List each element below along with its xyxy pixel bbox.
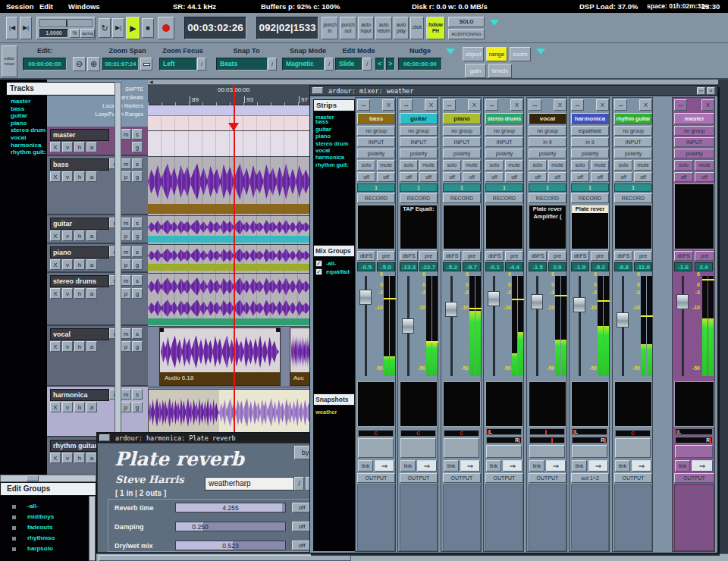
secondary-clock[interactable]: 092|02|1533 (256, 17, 318, 39)
track-name[interactable]: vocal (50, 328, 109, 340)
group-button[interactable]: no group (400, 126, 438, 136)
dbfs-button[interactable]: dbFS (614, 251, 632, 261)
zoom-to-session-button[interactable] (140, 58, 152, 71)
polarity-button[interactable]: polarity (357, 149, 395, 158)
pan-bar[interactable]: R (572, 437, 607, 443)
fader-handle[interactable] (676, 294, 689, 309)
peak-display[interactable]: 2.4 (695, 262, 713, 271)
pan-link-arrow[interactable]: ⇒ (503, 460, 522, 472)
lane-stereo-drums[interactable] (148, 273, 312, 326)
zoom-in-button[interactable]: ⊕ (87, 57, 100, 71)
tracks-list-item[interactable]: harmonica (11, 142, 47, 149)
strip-name-button[interactable]: bass (357, 113, 395, 124)
shuttle-slider[interactable] (39, 19, 93, 27)
param-slider-damping[interactable]: 0.250 (175, 522, 286, 531)
record-off-button[interactable]: off (357, 172, 375, 182)
click-button[interactable]: click (410, 17, 424, 39)
solo-button[interactable]: solo (485, 160, 504, 171)
fader-handle[interactable] (617, 312, 629, 328)
strip-hide-icon[interactable]: X (554, 99, 566, 111)
strip-name-button[interactable]: guitar (400, 113, 438, 124)
solo-button[interactable]: solo (529, 160, 547, 171)
track-name[interactable]: bass (50, 158, 109, 171)
strip-name-button[interactable]: vocal (529, 113, 566, 124)
mouse-mode-object[interactable]: object (463, 47, 484, 61)
peak-display[interactable]: -9.7 (463, 262, 481, 271)
post-redirect-box[interactable] (571, 381, 609, 427)
playlist-button[interactable]: p (121, 341, 131, 352)
output-button[interactable]: OUTPUT (529, 473, 566, 483)
mouse-mode-zoom[interactable]: zoom (510, 47, 531, 61)
audio-region[interactable]: Audio 6.18 (159, 328, 281, 386)
pan-bar[interactable]: L (486, 428, 522, 435)
group-button[interactable]: no group (443, 126, 481, 136)
input-button[interactable]: INPUT (614, 137, 652, 147)
strip-width-icon[interactable]: ↔ (674, 99, 687, 111)
lane-harmonica[interactable] (148, 387, 312, 437)
punch-in-button[interactable]: punch in (322, 17, 338, 39)
gain-automation-button[interactable]: g (132, 259, 143, 270)
nudge-back-button[interactable]: < (375, 58, 384, 71)
snap-to-select[interactable]: Beats (216, 58, 268, 71)
height-button[interactable]: h (74, 288, 85, 299)
track-name[interactable]: harmonica (50, 389, 109, 401)
dbfs-button[interactable]: dbFS (571, 251, 589, 261)
mute-button[interactable]: m (121, 218, 131, 228)
post-redirect-box[interactable] (674, 381, 714, 427)
record-button[interactable] (158, 17, 174, 39)
playlist-button[interactable]: p (121, 288, 131, 299)
visual-button[interactable]: v (62, 288, 73, 299)
peak-display[interactable]: -22.7 (419, 262, 438, 271)
pan-control-area[interactable] (529, 445, 565, 458)
track-name[interactable]: guitar (50, 218, 109, 230)
hide-button[interactable]: X (50, 259, 61, 270)
gain-automation-button[interactable]: g (132, 171, 143, 182)
strip-list-item[interactable]: guitar (313, 126, 355, 133)
monitor-off-button[interactable]: off (419, 172, 438, 182)
record-off-button[interactable]: off (571, 172, 589, 182)
solo-button[interactable]: s (132, 275, 143, 286)
mute-button[interactable]: mute (505, 160, 523, 171)
shuttle-percent-button[interactable]: % (70, 29, 80, 38)
play-range-button[interactable]: ▶| (112, 18, 124, 38)
hide-button[interactable]: X (50, 288, 61, 299)
edit-mode-select[interactable]: Slide (335, 58, 362, 71)
strips-panel-header[interactable]: Strips (313, 99, 355, 111)
polarity-button[interactable]: polarity (529, 149, 566, 158)
primary-clock[interactable]: 00:03:02:26 (184, 17, 246, 39)
height-button[interactable]: h (74, 171, 85, 182)
solo-button[interactable]: solo (357, 160, 375, 171)
loop-button[interactable]: ↻ (99, 18, 111, 38)
post-redirect-box[interactable] (357, 381, 395, 427)
strip-name-button[interactable]: rhythm guitar (614, 113, 652, 124)
height-button[interactable]: h (74, 142, 85, 152)
track-header-bass[interactable]: bass r m s p g X v h a (47, 156, 148, 215)
monitor-off-button[interactable]: off (634, 172, 652, 182)
height-button[interactable]: h (74, 341, 85, 352)
peak-display[interactable]: 2.9 (548, 262, 566, 271)
strip-hide-icon[interactable]: X (596, 99, 609, 111)
dbfs-button[interactable]: dbFS (400, 251, 418, 261)
dbfs-button[interactable]: dbFS (529, 251, 547, 261)
automation-button[interactable]: a (86, 341, 97, 352)
gain-automation-button[interactable]: g (132, 288, 143, 299)
pan-link-arrow[interactable]: ⇒ (632, 460, 651, 472)
stop-button[interactable]: ■ (142, 18, 154, 38)
pan-bar[interactable]: C (444, 430, 479, 437)
goto-start-button[interactable]: |◀ (6, 17, 18, 39)
output-button[interactable]: OUTPUT (674, 473, 714, 483)
pan-link-button[interactable]: link (486, 460, 501, 472)
snap-mode-arrow[interactable]: / (325, 58, 334, 71)
dbfs-button[interactable]: dbFS (674, 251, 693, 261)
edit-group-item[interactable]: harpsolo (27, 545, 53, 552)
fader-handle[interactable] (488, 291, 500, 306)
plugin-entry[interactable]: TAP Equali: (403, 205, 434, 212)
strip-list-item[interactable]: vocal (313, 147, 355, 154)
mute-button[interactable]: mute (419, 160, 438, 171)
strip-width-icon[interactable]: ↔ (485, 99, 498, 111)
playhead-line[interactable] (234, 85, 235, 437)
follow-playhead-button[interactable]: follow PH (426, 17, 445, 39)
scroll-thumb[interactable] (99, 555, 351, 561)
mouse-mode-range[interactable]: range (486, 47, 507, 61)
dbfs-button[interactable]: dbFS (443, 251, 461, 261)
